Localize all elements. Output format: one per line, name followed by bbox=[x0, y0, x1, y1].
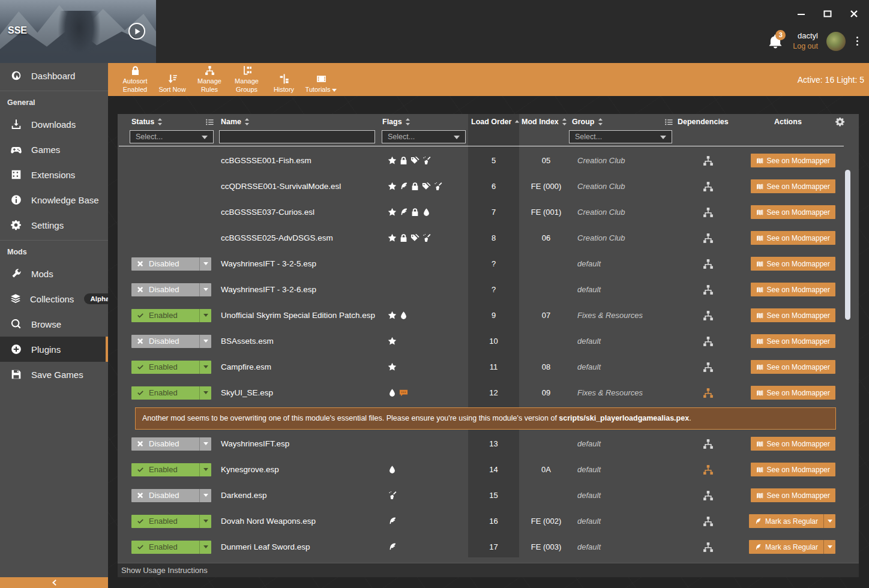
sidebar-item-mods[interactable]: Mods bbox=[0, 261, 108, 286]
table-scrollbar[interactable] bbox=[845, 170, 850, 320]
dependencies-cell[interactable] bbox=[675, 181, 741, 192]
see-on-modmapper-button[interactable]: See on Modmapper bbox=[751, 360, 835, 374]
plugin-status-toggle[interactable]: Enabled bbox=[131, 309, 211, 322]
see-on-modmapper-button[interactable]: See on Modmapper bbox=[751, 334, 835, 348]
see-on-modmapper-button[interactable]: See on Modmapper bbox=[751, 179, 835, 193]
name-filter-input[interactable] bbox=[219, 130, 375, 143]
status-filter-select[interactable]: Select... bbox=[130, 130, 214, 143]
sidebar-item-collections[interactable]: CollectionsAlpha bbox=[0, 286, 108, 311]
dependencies-cell[interactable] bbox=[675, 284, 741, 295]
table-settings-gear-icon[interactable] bbox=[835, 117, 845, 127]
sidebar-item-knowledge-base[interactable]: Knowledge Base bbox=[0, 187, 108, 212]
sidebar-collapse-button[interactable] bbox=[0, 577, 108, 588]
manage-rules-button[interactable]: ManageRules bbox=[191, 63, 228, 96]
game-banner[interactable]: SSE bbox=[0, 0, 156, 63]
group-filter-select[interactable]: Select... bbox=[569, 130, 672, 143]
dependencies-cell[interactable] bbox=[675, 233, 741, 244]
sort-now-button[interactable]: Sort Now bbox=[154, 63, 191, 96]
dependencies-cell[interactable] bbox=[675, 490, 741, 501]
column-header-flags[interactable]: Flags bbox=[382, 118, 410, 126]
plugin-status-toggle[interactable]: Enabled bbox=[131, 515, 211, 528]
see-on-modmapper-button[interactable]: See on Modmapper bbox=[751, 257, 835, 271]
dependencies-cell[interactable] bbox=[675, 259, 741, 269]
status-dropdown-caret[interactable] bbox=[199, 437, 211, 451]
history-button[interactable]: History bbox=[265, 63, 302, 96]
sidebar-item-plugins[interactable]: Plugins bbox=[0, 337, 108, 362]
tutorials-button[interactable]: Tutorials bbox=[302, 63, 340, 96]
group-by-status-icon[interactable] bbox=[205, 118, 214, 127]
status-dropdown-caret[interactable] bbox=[199, 361, 211, 374]
action-dropdown-caret[interactable] bbox=[823, 514, 835, 528]
status-dropdown-caret[interactable] bbox=[199, 335, 211, 348]
avatar[interactable] bbox=[826, 32, 846, 51]
plugin-status-toggle[interactable]: Disabled bbox=[131, 335, 211, 348]
status-dropdown-caret[interactable] bbox=[199, 463, 211, 476]
dependencies-cell[interactable] bbox=[675, 516, 741, 527]
minimize-button[interactable] bbox=[795, 7, 808, 20]
see-on-modmapper-button[interactable]: See on Modmapper bbox=[751, 308, 835, 322]
maximize-button[interactable] bbox=[821, 7, 834, 20]
see-on-modmapper-button[interactable]: See on Modmapper bbox=[751, 488, 835, 502]
sidebar-item-downloads[interactable]: Downloads bbox=[0, 112, 108, 137]
plugin-status-toggle[interactable]: Disabled bbox=[131, 283, 211, 296]
dependencies-cell[interactable] bbox=[675, 207, 741, 218]
mark-as-regular-button[interactable]: Mark as Regular bbox=[749, 514, 835, 528]
action-dropdown-caret[interactable] bbox=[823, 540, 835, 554]
see-on-modmapper-button[interactable]: See on Modmapper bbox=[751, 231, 835, 245]
action-label: See on Modmapper bbox=[767, 157, 830, 165]
show-usage-instructions[interactable]: Show Usage Instructions bbox=[118, 563, 859, 577]
see-on-modmapper-button[interactable]: See on Modmapper bbox=[751, 283, 835, 296]
plugin-status-toggle[interactable]: Disabled bbox=[131, 489, 211, 502]
close-button[interactable] bbox=[847, 7, 861, 20]
column-header-status[interactable]: Status bbox=[131, 118, 163, 126]
see-on-modmapper-button[interactable]: See on Modmapper bbox=[751, 463, 835, 476]
sidebar-item-extensions[interactable]: Extensions bbox=[0, 162, 108, 187]
sidebar-item-browse[interactable]: Browse bbox=[0, 311, 108, 337]
dependencies-cell[interactable] bbox=[675, 336, 741, 347]
sidebar-item-dashboard[interactable]: Dashboard bbox=[0, 63, 108, 88]
status-dropdown-caret[interactable] bbox=[199, 541, 211, 554]
group-by-group-icon[interactable] bbox=[664, 118, 673, 127]
dependencies-cell[interactable] bbox=[675, 388, 741, 398]
plugin-status-toggle[interactable]: Disabled bbox=[131, 257, 211, 271]
autosort-button[interactable]: AutosortEnabled bbox=[116, 63, 154, 96]
dependencies-cell[interactable] bbox=[675, 362, 741, 373]
column-header-name[interactable]: Name bbox=[221, 118, 250, 126]
dependencies-cell[interactable] bbox=[675, 542, 741, 553]
sidebar-item-games[interactable]: Games bbox=[0, 137, 108, 162]
notification-count-badge[interactable]: 3 bbox=[775, 30, 786, 40]
action-label: See on Modmapper bbox=[767, 311, 830, 320]
manage-groups-button[interactable]: ManageGroups bbox=[228, 63, 265, 96]
sidebar-item-settings[interactable]: Settings bbox=[0, 212, 108, 238]
plugin-status-toggle[interactable]: Enabled bbox=[131, 541, 211, 554]
see-on-modmapper-button[interactable]: See on Modmapper bbox=[751, 154, 835, 167]
dependencies-cell[interactable] bbox=[675, 310, 741, 321]
status-dropdown-caret[interactable] bbox=[199, 257, 211, 271]
see-on-modmapper-button[interactable]: See on Modmapper bbox=[751, 437, 835, 451]
overflow-menu-button[interactable] bbox=[854, 34, 861, 48]
column-header-mod-index[interactable]: Mod Index bbox=[522, 118, 567, 126]
plugin-status-toggle[interactable]: Disabled bbox=[131, 437, 211, 451]
logout-link[interactable]: Log out bbox=[793, 41, 818, 51]
mark-as-regular-button[interactable]: Mark as Regular bbox=[749, 540, 835, 554]
sidebar-item-save-games[interactable]: Save Games bbox=[0, 362, 108, 387]
flags-filter-select[interactable]: Select... bbox=[382, 130, 466, 143]
dependencies-cell[interactable] bbox=[675, 464, 741, 475]
notifications-bell-icon[interactable]: 3 bbox=[766, 32, 784, 50]
status-dropdown-caret[interactable] bbox=[199, 283, 211, 296]
flag-tags-icon bbox=[422, 182, 431, 191]
plugin-status-toggle[interactable]: Enabled bbox=[131, 361, 211, 374]
status-dropdown-caret[interactable] bbox=[199, 489, 211, 502]
dependencies-cell[interactable] bbox=[675, 439, 741, 449]
dependencies-cell[interactable] bbox=[675, 155, 741, 166]
column-header-load-order[interactable]: Load Order bbox=[471, 118, 520, 126]
see-on-modmapper-button[interactable]: See on Modmapper bbox=[751, 205, 835, 219]
see-on-modmapper-button[interactable]: See on Modmapper bbox=[751, 386, 835, 400]
play-game-button[interactable] bbox=[128, 23, 145, 40]
plugin-status-toggle[interactable]: Enabled bbox=[131, 386, 211, 400]
status-dropdown-caret[interactable] bbox=[199, 515, 211, 528]
column-header-group[interactable]: Group bbox=[572, 118, 603, 126]
status-dropdown-caret[interactable] bbox=[199, 309, 211, 322]
status-dropdown-caret[interactable] bbox=[199, 386, 211, 400]
plugin-status-toggle[interactable]: Enabled bbox=[131, 463, 211, 476]
